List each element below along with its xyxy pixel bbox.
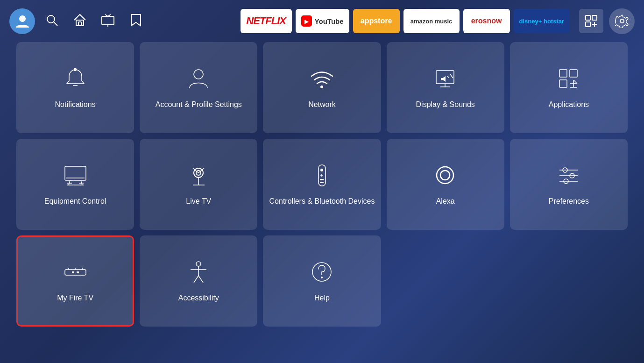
- svg-line-66: [194, 276, 198, 283]
- search-icon[interactable]: [44, 13, 59, 29]
- tile-live-tv[interactable]: Live TV: [140, 139, 257, 230]
- svg-rect-61: [72, 271, 74, 273]
- tile-alexa[interactable]: Alexa: [387, 139, 504, 230]
- tile-applications-label: Applications: [549, 100, 589, 110]
- svg-rect-23: [559, 70, 567, 77]
- svg-line-31: [69, 180, 70, 185]
- netflix-button[interactable]: NETFLIX: [241, 9, 292, 33]
- amazon-music-label: amazon music: [410, 18, 453, 25]
- nav-icons: [44, 13, 143, 29]
- tile-accessibility-label: Accessibility: [178, 293, 219, 303]
- settings-button[interactable]: [609, 8, 635, 34]
- tile-accessibility[interactable]: Accessibility: [140, 235, 257, 327]
- tile-equipment-control-label: Equipment Control: [44, 197, 106, 206]
- tile-alexa-label: Alexa: [436, 197, 455, 206]
- alexa-icon: [432, 163, 458, 190]
- monitor-sound-icon: [432, 66, 458, 93]
- svg-rect-24: [570, 70, 577, 77]
- help-icon: [309, 259, 335, 287]
- bell-icon: [63, 66, 88, 93]
- hotstar-label: disney+ hotstar: [519, 18, 564, 25]
- svg-rect-9: [592, 15, 597, 20]
- remote-icon: [309, 163, 335, 190]
- svg-rect-3: [76, 20, 84, 26]
- accessibility-icon: [186, 259, 212, 287]
- tile-display-sounds-label: Display & Sounds: [416, 100, 475, 110]
- svg-rect-5: [102, 16, 114, 25]
- tile-preferences[interactable]: Preferences: [510, 139, 628, 230]
- erosnow-button[interactable]: erosnow: [463, 9, 510, 33]
- tile-account-profile[interactable]: Account & Profile Settings: [140, 42, 257, 133]
- tile-my-fire-tv-label: My Fire TV: [57, 293, 93, 303]
- svg-point-13: [620, 19, 624, 23]
- svg-point-44: [320, 169, 323, 171]
- svg-point-69: [321, 277, 323, 278]
- tile-live-tv-label: Live TV: [186, 197, 211, 206]
- svg-line-22: [450, 74, 453, 78]
- antenna-icon: [186, 163, 212, 190]
- svg-point-63: [196, 262, 201, 266]
- topbar: NETFLIX ▶ YouTube appstore amazon music …: [0, 0, 644, 42]
- svg-rect-25: [559, 80, 567, 87]
- appstore-button[interactable]: appstore: [353, 9, 400, 33]
- apps-icon: [556, 66, 581, 93]
- person-icon: [186, 66, 212, 93]
- right-icons: [579, 8, 635, 34]
- tile-notifications-label: Notifications: [55, 100, 96, 110]
- home-icon[interactable]: [72, 13, 87, 29]
- fire-tv-icon: [63, 259, 88, 287]
- svg-point-17: [320, 85, 323, 88]
- svg-point-50: [440, 171, 450, 180]
- svg-rect-8: [586, 15, 590, 20]
- tile-controllers-bluetooth-label: Controllers & Bluetooth Devices: [269, 197, 375, 206]
- tile-help[interactable]: Help: [263, 235, 381, 327]
- youtube-label: YouTube: [315, 17, 344, 25]
- avatar[interactable]: [9, 8, 35, 34]
- tile-account-label: Account & Profile Settings: [156, 100, 242, 110]
- hotstar-button[interactable]: disney+ hotstar: [514, 9, 570, 33]
- tile-display-sounds[interactable]: Display & Sounds: [387, 42, 504, 133]
- svg-line-21: [447, 76, 449, 78]
- svg-line-32: [81, 180, 82, 185]
- svg-rect-57: [65, 270, 86, 275]
- tile-equipment-control[interactable]: Equipment Control: [16, 139, 134, 230]
- grid-plus-button[interactable]: [579, 9, 603, 33]
- sliders-icon: [556, 163, 581, 190]
- settings-grid: Notifications Account & Profile Settings…: [0, 42, 644, 336]
- monitor-icon: [63, 163, 88, 190]
- svg-point-0: [19, 15, 26, 22]
- svg-rect-48: [320, 182, 324, 183]
- wifi-icon: [309, 66, 335, 93]
- svg-line-26: [573, 80, 577, 84]
- svg-rect-4: [78, 22, 81, 26]
- svg-rect-47: [320, 179, 324, 180]
- svg-point-15: [74, 68, 76, 71]
- netflix-label: NETFLIX: [246, 15, 286, 27]
- svg-line-2: [54, 22, 57, 26]
- tile-preferences-label: Preferences: [549, 197, 589, 206]
- tile-network-label: Network: [308, 100, 336, 110]
- live-tv-icon[interactable]: [100, 13, 115, 29]
- appstore-label: appstore: [361, 17, 392, 25]
- tile-applications[interactable]: Applications: [510, 42, 628, 133]
- amazon-music-button[interactable]: amazon music: [403, 9, 460, 33]
- tile-my-fire-tv[interactable]: My Fire TV: [16, 235, 134, 327]
- svg-point-1: [47, 15, 55, 23]
- svg-point-49: [437, 167, 453, 184]
- tile-notifications[interactable]: Notifications: [16, 42, 134, 133]
- svg-rect-62: [77, 271, 79, 273]
- app-shortcuts: NETFLIX ▶ YouTube appstore amazon music …: [241, 9, 570, 33]
- youtube-button[interactable]: ▶ YouTube: [296, 9, 349, 33]
- tile-help-label: Help: [314, 293, 330, 303]
- tile-network[interactable]: Network: [263, 42, 381, 133]
- svg-rect-10: [586, 22, 590, 27]
- erosnow-label: erosnow: [471, 17, 502, 25]
- svg-point-16: [194, 70, 203, 79]
- svg-line-67: [198, 276, 203, 283]
- bookmark-icon[interactable]: [128, 13, 143, 29]
- tile-controllers-bluetooth[interactable]: Controllers & Bluetooth Devices: [263, 139, 381, 230]
